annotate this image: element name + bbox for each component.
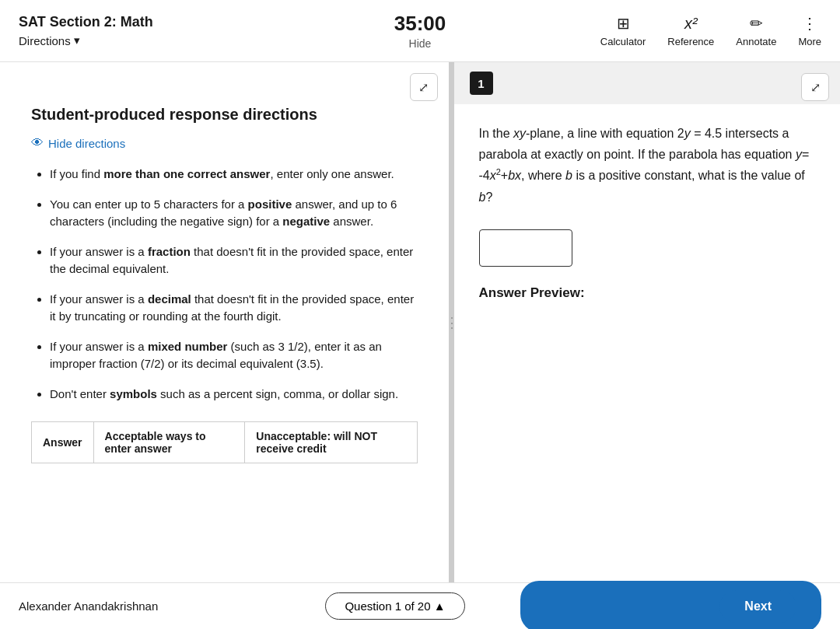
reference-label: Reference [667, 36, 714, 47]
eye-slash-icon: 👁 [31, 136, 44, 150]
more-icon: ⋮ [802, 14, 817, 33]
next-button[interactable]: Next [719, 590, 796, 623]
header-right: ⊞ Calculator x² Reference ✏ Annotate ⋮ M… [554, 14, 821, 47]
bullet-2: You can enter up to 5 characters for a p… [50, 196, 418, 231]
bullet-4: If your answer is a decimal that doesn't… [50, 291, 418, 326]
bullet-5: If your answer is a mixed number (such a… [50, 338, 418, 373]
directions-bullet-list: If you find more than one correct answer… [31, 166, 418, 403]
answer-reference-table: Answer Acceptable ways to enter answer U… [31, 421, 418, 463]
chevron-down-icon [74, 33, 80, 47]
question-nav: Question 1 of 20 ▲ [270, 592, 521, 620]
right-panel-expand-button[interactable]: ⤢ [801, 73, 829, 101]
question-number-badge: 1 [470, 72, 493, 95]
directions-title: Student-produced response directions [31, 106, 418, 124]
calculator-button[interactable]: ⊞ Calculator [600, 14, 646, 47]
user-name: Alexander Anandakrishnan [19, 599, 270, 613]
footer: Alexander Anandakrishnan Question 1 of 2… [0, 582, 840, 629]
table-header-acceptable: Acceptable ways to enter answer [93, 422, 245, 463]
more-button[interactable]: ⋮ More [798, 14, 821, 47]
directions-label: Directions [19, 34, 71, 47]
question-nav-button[interactable]: Question 1 of 20 ▲ [325, 592, 464, 620]
more-label: More [798, 36, 821, 47]
reference-icon: x² [684, 15, 698, 33]
left-panel-expand-button[interactable]: ⤢ [410, 73, 438, 101]
answer-input[interactable] [479, 229, 572, 267]
question-text: In the xy-plane, a line with equation 2y… [479, 123, 816, 208]
table-header-unacceptable: Unacceptable: will NOT receive credit [245, 422, 417, 463]
answer-preview-label: Answer Preview: [479, 285, 816, 301]
hide-directions-label: Hide directions [48, 137, 125, 150]
bullet-6: Don't enter symbols such as a percent si… [50, 386, 418, 404]
timer-display: 35:00 [286, 12, 554, 36]
expand-icon-right: ⤢ [810, 80, 821, 95]
next-button-container: Next [520, 581, 821, 630]
annotate-button[interactable]: ✏ Annotate [736, 14, 776, 47]
question-nav-label: Question 1 of 20 ▲ [345, 599, 445, 613]
left-panel: ⤢ Student-produced response directions 👁… [0, 62, 450, 582]
header-left: SAT Section 2: Math Directions [19, 14, 286, 47]
question-header: 1 [454, 62, 841, 104]
directions-button[interactable]: Directions [19, 33, 80, 47]
annotate-label: Annotate [736, 36, 776, 47]
hide-timer-button[interactable]: Hide [286, 37, 554, 50]
bullet-1: If you find more than one correct answer… [50, 166, 418, 183]
header: SAT Section 2: Math Directions 35:00 Hid… [0, 0, 840, 62]
expand-icon: ⤢ [418, 80, 429, 95]
question-body: In the xy-plane, a line with equation 2y… [454, 104, 841, 320]
main-content: ⤢ Student-produced response directions 👁… [0, 62, 840, 582]
reference-button[interactable]: x² Reference [667, 15, 714, 47]
annotate-icon: ✏ [750, 14, 763, 33]
table-header-answer: Answer [32, 422, 94, 463]
header-center: 35:00 Hide [286, 12, 554, 50]
app-title: SAT Section 2: Math [19, 14, 286, 30]
hide-directions-link[interactable]: 👁 Hide directions [31, 136, 418, 150]
bullet-3: If your answer is a fraction that doesn'… [50, 243, 418, 278]
answer-box-container [479, 229, 816, 267]
right-panel: ⤢ 1 In the xy-plane, a line with equatio… [454, 62, 841, 582]
calculator-label: Calculator [600, 36, 646, 47]
calculator-icon: ⊞ [617, 14, 630, 33]
